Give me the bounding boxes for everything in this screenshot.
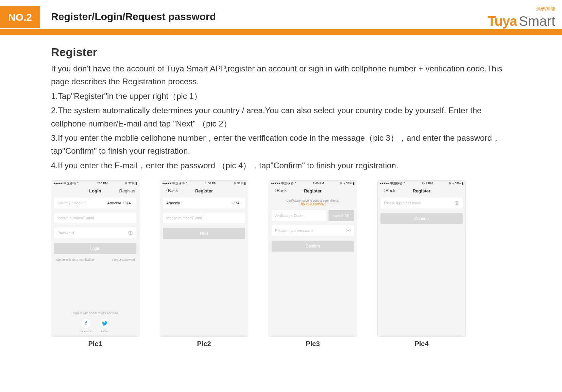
forgot-password-link[interactable]: Forgot password (112, 258, 135, 261)
nav-bar: Login Register (51, 186, 139, 195)
facebook-button[interactable]: f facebook (81, 318, 91, 333)
time-text: 1:53 PM (96, 182, 108, 185)
battery-text: ⊕ 31% ▮ (234, 182, 246, 185)
password-placeholder: Password (57, 231, 74, 235)
helper-links: Sign in with SMS verification Forgot pas… (51, 257, 139, 263)
header: NO.2 Register/Login/Request password 涂鸦智… (0, 0, 562, 27)
brand-sub-text: Smart (519, 14, 555, 29)
code-placeholder: Verification Code (274, 214, 303, 218)
facebook-icon: f (81, 318, 91, 328)
facebook-label: facebook (81, 330, 91, 333)
country-code: +374 (231, 201, 239, 205)
phone-mock-3: ●●●●● 中国移动 ⌃ 1:46 PM ⊕ ⌖ 34% ▮ 〈Back Reg… (269, 180, 357, 337)
mobile-input[interactable]: Mobile number/E-mail (163, 212, 245, 223)
twitter-button[interactable]: twitter (100, 318, 110, 333)
battery-text: ⊕ ⌖ 34% ▮ (448, 182, 463, 185)
status-bar: ●●●●● 中国移动 ⌃ 1:46 PM ⊕ ⌖ 34% ▮ (269, 181, 357, 186)
nav-bar: 〈Back Register (378, 186, 465, 195)
eye-off-icon[interactable] (128, 231, 133, 235)
step1-text: 1.Tap"Register"in the upper right（pic 1） (51, 90, 509, 103)
mobile-placeholder: Mobile number/E-mail (57, 216, 94, 220)
back-button[interactable]: 〈Back (381, 188, 402, 194)
verification-phone: +86 15700085876 (269, 202, 357, 206)
password-input[interactable]: Please input password (380, 198, 463, 208)
nav-bar: 〈Back Register (160, 186, 248, 195)
nav-center: Register (195, 188, 213, 193)
brand-cn-text: 涂鸦智能 (488, 6, 555, 12)
battery-text: ⊕ 32% ▮ (125, 182, 137, 185)
phone-mock-2: ●●●●● 中国移动 ⌃ 1:58 PM ⊕ 31% ▮ 〈Back Regis… (160, 180, 248, 337)
pic2-caption: Pic2 (160, 340, 248, 348)
login-button[interactable]: Login (54, 243, 136, 254)
mobile-placeholder: Mobile number/E-mail (166, 216, 203, 220)
chevron-right-icon: › (132, 201, 133, 205)
country-label: Country / Region (57, 201, 86, 205)
phone-col-4: ●●●●● 中国移动 ⌃ 1:47 PM ⊕ ⌖ 34% ▮ 〈Back Reg… (377, 180, 466, 348)
nav-center: Register (304, 188, 322, 193)
divider-bar (0, 29, 562, 35)
pic4-caption: Pic4 (377, 340, 466, 348)
password-placeholder: Please input password (275, 228, 313, 233)
confirm-button[interactable]: Confirm (380, 213, 463, 224)
content-body: Register If you don't have the account o… (0, 35, 517, 355)
status-bar: ●●●●● 中国移动 ⌃ 1:53 PM ⊕ 32% ▮ (51, 181, 139, 186)
country-select-cell[interactable]: Armenia +374 › (163, 198, 245, 208)
carrier-text: ●●●●● 中国移动 ⌃ (380, 181, 406, 186)
confirm-button[interactable]: Confirm (272, 241, 354, 252)
eye-icon[interactable] (346, 229, 351, 232)
resend-button[interactable]: resend (59) (328, 210, 354, 221)
pic3-caption: Pic3 (269, 340, 357, 348)
screenshots-row: ●●●●● 中国移动 ⌃ 1:53 PM ⊕ 32% ▮ Login Regis… (51, 180, 509, 348)
sms-signin-link[interactable]: Sign in with SMS verification (55, 258, 94, 261)
eye-icon[interactable] (455, 201, 459, 205)
battery-text: ⊕ ⌖ 34% ▮ (340, 182, 355, 185)
next-button[interactable]: Next (163, 228, 245, 239)
carrier-text: ●●●●● 中国移动 ⌃ (271, 181, 297, 186)
intro-text: If you don't have the account of Tuya Sm… (51, 62, 509, 88)
phone-col-2: ●●●●● 中国移动 ⌃ 1:58 PM ⊕ 31% ▮ 〈Back Regis… (160, 180, 248, 348)
nav-center: Register (413, 188, 430, 193)
country-region-cell[interactable]: Country / Region Armenia +374 › (54, 198, 136, 208)
verification-text: Verification code is sent to your phone: (269, 199, 357, 202)
phone-mock-4: ●●●●● 中国移动 ⌃ 1:47 PM ⊕ ⌖ 34% ▮ 〈Back Reg… (377, 180, 466, 337)
phone-col-1: ●●●●● 中国移动 ⌃ 1:53 PM ⊕ 32% ▮ Login Regis… (51, 180, 139, 348)
step3-text: 3.If you enter the mobile cellphone numb… (51, 132, 509, 158)
pic1-caption: Pic1 (51, 340, 139, 348)
back-button[interactable]: 〈Back (272, 188, 293, 194)
nav-bar: 〈Back Register (269, 186, 357, 195)
register-link[interactable]: Register (115, 188, 136, 193)
phone-mock-1: ●●●●● 中国移动 ⌃ 1:53 PM ⊕ 32% ▮ Login Regis… (51, 180, 139, 337)
time-text: 1:47 PM (422, 182, 433, 185)
twitter-label: twitter (101, 330, 108, 333)
step2-text: 2.The system automatically determines yo… (51, 104, 509, 130)
status-bar: ●●●●● 中国移动 ⌃ 1:47 PM ⊕ ⌖ 34% ▮ (378, 181, 465, 186)
social-section: Sign in with social media account f face… (51, 311, 139, 333)
verification-code-input[interactable]: Verification Code (272, 210, 326, 221)
status-bar: ●●●●● 中国移动 ⌃ 1:58 PM ⊕ 31% ▮ (160, 181, 248, 186)
social-title: Sign in with social media account (51, 311, 139, 315)
time-text: 1:46 PM (313, 182, 324, 185)
country-value: Armenia +374 (107, 201, 131, 205)
carrier-text: ●●●●● 中国移动 ⌃ (162, 181, 188, 186)
phone-col-3: ●●●●● 中国移动 ⌃ 1:46 PM ⊕ ⌖ 34% ▮ 〈Back Reg… (269, 180, 357, 348)
password-placeholder: Please input password (384, 201, 422, 205)
section-number-badge: NO.2 (0, 6, 40, 28)
back-button[interactable]: 〈Back (164, 188, 184, 194)
step4-text: 4.If you enter the E-mail，enter the pass… (51, 159, 509, 172)
mobile-input[interactable]: Mobile number/E-mail (54, 212, 136, 223)
brand-main-text: Tuya (488, 14, 517, 29)
nav-center: Login (89, 188, 101, 193)
page-title: Register/Login/Request password (51, 6, 216, 22)
brand-logo: 涂鸦智能 Tuya Smart (488, 6, 555, 29)
country-name: Armenia (166, 201, 180, 205)
time-text: 1:58 PM (205, 182, 217, 185)
twitter-icon (100, 318, 110, 328)
password-input[interactable]: Password (54, 227, 136, 238)
carrier-text: ●●●●● 中国移动 ⌃ (53, 181, 79, 186)
password-input[interactable]: Please input password (272, 225, 354, 236)
chevron-right-icon: › (240, 201, 242, 205)
section-title: Register (51, 46, 509, 59)
